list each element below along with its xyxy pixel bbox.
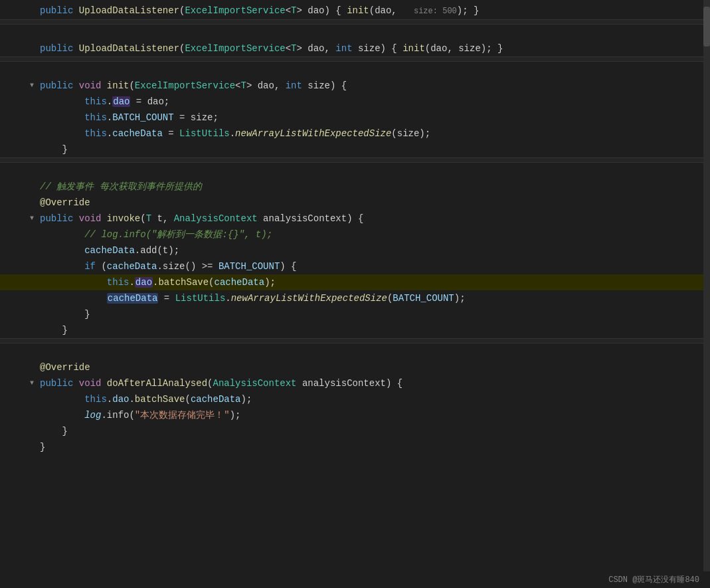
code-6: this.dao = dao;: [37, 94, 710, 109]
code-27: }: [37, 440, 710, 454]
code-3: public UploadDataListener(ExcelImportSer…: [37, 41, 710, 56]
code-19: }: [37, 307, 710, 322]
code-13: public void invoke(T t, AnalysisContext …: [37, 211, 710, 226]
line-7: this.BATCH_COUNT = size;: [0, 110, 710, 126]
line-12: @Override: [0, 195, 710, 211]
line-3: public UploadDataListener(ExcelImportSer…: [0, 41, 710, 56]
line-23: ▼ public void doAfterAllAnalysed(Analysi…: [0, 375, 710, 391]
code-1: public UploadDataListener(ExcelImportSer…: [37, 3, 710, 19]
line-10: [0, 163, 710, 179]
line-5: ▼ public void init(ExcelImportService<T>…: [0, 78, 710, 94]
code-17: this.dao.batchSave(cacheData);: [37, 275, 710, 290]
line-24: this.dao.batchSave(cacheData);: [0, 391, 710, 407]
code-4: [37, 62, 710, 77]
line-14: // log.info("解析到一条数据:{}", t);: [0, 227, 710, 243]
code-8: this.cacheData = ListUtils.newArrayListW…: [37, 126, 710, 141]
code-7: this.BATCH_COUNT = size;: [37, 110, 710, 125]
divider-4: [0, 338, 710, 343]
line-20: }: [0, 322, 710, 338]
editor-container: public UploadDataListener(ExcelImportSer…: [0, 0, 710, 588]
line-26: }: [0, 423, 710, 439]
line-1: public UploadDataListener(ExcelImportSer…: [0, 3, 710, 19]
bottom-bar-text: CSDN @斑马还没有睡840: [608, 575, 699, 585]
code-area: public UploadDataListener(ExcelImportSer…: [0, 0, 710, 455]
fold-arrow-13: ▼: [30, 215, 34, 222]
line-15: cacheData.add(t);: [0, 243, 710, 258]
code-10: [37, 163, 710, 178]
code-21: [37, 344, 710, 359]
line-13: ▼ public void invoke(T t, AnalysisContex…: [0, 211, 710, 227]
line-27: }: [0, 439, 710, 455]
code-26: }: [37, 424, 710, 439]
code-12: @Override: [37, 195, 710, 210]
divider-1: [0, 19, 710, 25]
fold-5[interactable]: ▼: [27, 78, 37, 93]
code-11: // 触发事件 每次获取到事件所提供的: [37, 179, 710, 194]
line-17: this.dao.batchSave(cacheData);: [0, 274, 710, 290]
line-18: cacheData = ListUtils.newArrayListWithEx…: [0, 290, 710, 306]
code-9: }: [37, 142, 710, 157]
line-8: this.cacheData = ListUtils.newArrayListW…: [0, 126, 710, 142]
code-25: log.info("本次数据存储完毕！");: [37, 408, 710, 423]
code-18: cacheData = ListUtils.newArrayListWithEx…: [37, 291, 710, 306]
line-2: [0, 25, 710, 41]
divider-3: [0, 157, 710, 163]
code-14: // log.info("解析到一条数据:{}", t);: [37, 227, 710, 242]
fold-arrow-23: ▼: [30, 379, 34, 387]
line-16: if (cacheData.size() >= BATCH_COUNT) {: [0, 258, 710, 274]
fold-13[interactable]: ▼: [27, 211, 37, 226]
divider-2: [0, 56, 710, 62]
bottom-bar: CSDN @斑马还没有睡840: [598, 571, 710, 588]
code-24: this.dao.batchSave(cacheData);: [37, 392, 710, 407]
code-2: [37, 25, 710, 40]
line-25: log.info("本次数据存储完毕！");: [0, 407, 710, 423]
code-20: }: [37, 323, 710, 338]
code-5: public void init(ExcelImportService<T> d…: [37, 78, 710, 93]
code-22: @Override: [37, 360, 710, 375]
code-15: cacheData.add(t);: [37, 243, 710, 258]
vertical-scrollbar[interactable]: [703, 0, 710, 588]
fold-arrow-5: ▼: [30, 82, 34, 89]
line-9: }: [0, 142, 710, 157]
code-23: public void doAfterAllAnalysed(AnalysisC…: [37, 376, 710, 391]
line-6: this.dao = dao;: [0, 94, 710, 110]
line-21: [0, 343, 710, 359]
line-4: [0, 62, 710, 78]
fold-23[interactable]: ▼: [27, 376, 37, 391]
line-11: // 触发事件 每次获取到事件所提供的: [0, 179, 710, 195]
line-19: }: [0, 306, 710, 322]
code-16: if (cacheData.size() >= BATCH_COUNT) {: [37, 259, 710, 274]
scrollbar-thumb[interactable]: [703, 7, 710, 47]
line-22: @Override: [0, 359, 710, 375]
